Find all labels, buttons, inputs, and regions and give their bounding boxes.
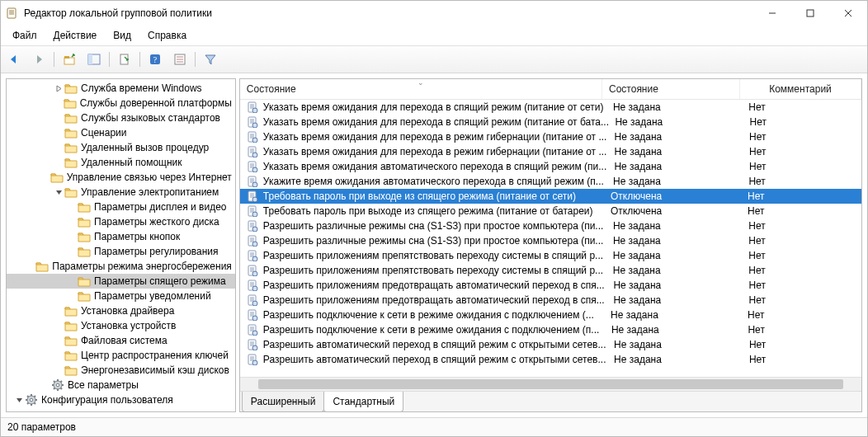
tree-item[interactable]: Удаленный вызов процедур bbox=[7, 140, 235, 155]
export-button[interactable] bbox=[115, 49, 134, 69]
tree-item[interactable]: Параметры спящего режима bbox=[7, 274, 235, 289]
policy-icon bbox=[247, 116, 258, 128]
tree-scroll[interactable]: Служба времени WindowsСлужбы доверенной … bbox=[7, 79, 235, 412]
folder-icon bbox=[64, 304, 78, 317]
list-row[interactable]: Разрешить автоматический переход в спящи… bbox=[240, 352, 861, 367]
tree-item[interactable]: Параметры уведомлений bbox=[7, 289, 235, 303]
list-row[interactable]: Разрешить приложениям препятствовать пер… bbox=[240, 263, 861, 278]
back-button[interactable] bbox=[4, 49, 24, 69]
tree-item[interactable]: Параметры жесткого диска bbox=[7, 214, 235, 229]
close-button[interactable] bbox=[829, 1, 867, 26]
list-row[interactable]: Разрешить различные режимы сна (S1-S3) п… bbox=[240, 218, 861, 233]
list-row[interactable]: Разрешить автоматический переход в спящи… bbox=[240, 337, 861, 352]
tree-item[interactable]: Энергонезависимый кэш дисков bbox=[7, 363, 235, 378]
tab-standard[interactable]: Стандартный bbox=[323, 392, 403, 412]
filter-button[interactable] bbox=[200, 49, 220, 69]
forward-button[interactable] bbox=[29, 49, 49, 69]
policy-name: Разрешить подключение к сети в режиме ож… bbox=[263, 309, 594, 321]
show-hide-tree-button[interactable] bbox=[84, 49, 104, 69]
list-body[interactable]: Указать время ожидания для перехода в сп… bbox=[240, 100, 861, 377]
list-row[interactable]: Указать время ожидания для перехода в ре… bbox=[240, 129, 861, 144]
policy-comment: Нет bbox=[741, 324, 861, 336]
column-header-name[interactable]: Состояние ⌄ bbox=[240, 79, 602, 99]
list-row[interactable]: Разрешить подключение к сети в режиме ож… bbox=[240, 308, 861, 322]
tree-item-label: Параметры уведомлений bbox=[94, 290, 211, 302]
policy-comment: Нет bbox=[742, 265, 861, 276]
policy-icon bbox=[247, 280, 258, 291]
policy-comment: Нет bbox=[742, 235, 861, 247]
policy-state: Не задана bbox=[608, 116, 743, 128]
policy-icon bbox=[247, 131, 258, 143]
maximize-button[interactable] bbox=[791, 1, 829, 26]
policy-comment: Нет bbox=[741, 205, 861, 217]
policy-name: Требовать пароль при выходе из спящего р… bbox=[263, 205, 593, 217]
body: Служба времени WindowsСлужбы доверенной … bbox=[1, 73, 867, 417]
policy-state: Не задана bbox=[604, 309, 741, 321]
scrollbar-thumb[interactable] bbox=[258, 379, 843, 389]
policy-comment: Нет bbox=[742, 176, 861, 187]
tree-item[interactable]: Параметры дисплея и видео bbox=[7, 200, 235, 214]
tree-item[interactable]: Управление электропитанием bbox=[7, 185, 235, 200]
menu-view[interactable]: Вид bbox=[105, 28, 139, 43]
list-row[interactable]: Указать время ожидания автоматического п… bbox=[240, 159, 861, 174]
title-bar: Редактор локальной групповой политики bbox=[1, 1, 867, 26]
menu-help[interactable]: Справка bbox=[139, 28, 195, 43]
properties-button[interactable] bbox=[170, 49, 190, 69]
chevron-right-icon[interactable] bbox=[53, 85, 64, 92]
svg-rect-5 bbox=[807, 10, 814, 16]
tree-item[interactable]: Удаленный помощник bbox=[7, 155, 235, 170]
svg-rect-11 bbox=[88, 54, 92, 64]
up-button[interactable] bbox=[59, 49, 79, 69]
list-row[interactable]: Разрешить приложениям предотвращать авто… bbox=[240, 278, 861, 293]
toolbar: ? bbox=[1, 46, 867, 73]
menu-bar: Файл Действие Вид Справка bbox=[1, 26, 867, 46]
tree-item[interactable]: Параметры регулирования bbox=[7, 244, 235, 259]
list-row[interactable]: Разрешить различные режимы сна (S1-S3) п… bbox=[240, 233, 861, 248]
tree-item[interactable]: Управление связью через Интернет bbox=[7, 170, 235, 185]
tree-item-label: Службы языковых стандартов bbox=[81, 112, 220, 124]
list-row[interactable]: Требовать пароль при выходе из спящего р… bbox=[240, 204, 861, 218]
menu-file[interactable]: Файл bbox=[4, 28, 45, 43]
list-row[interactable]: Разрешить приложениям препятствовать пер… bbox=[240, 248, 861, 263]
minimize-button[interactable] bbox=[753, 1, 791, 26]
horizontal-scrollbar[interactable] bbox=[240, 377, 861, 391]
list-row[interactable]: Разрешить подключение к сети в режиме ож… bbox=[240, 322, 861, 337]
folder-icon bbox=[78, 200, 91, 214]
policy-comment: Нет bbox=[743, 161, 861, 172]
policy-name: Требовать пароль при выходе из спящего р… bbox=[263, 190, 576, 202]
tree-item[interactable]: Все параметры bbox=[7, 378, 235, 392]
list-row[interactable]: Указать время ожидания для перехода в ре… bbox=[240, 144, 861, 159]
tab-extended[interactable]: Расширенный bbox=[242, 392, 325, 412]
help-button[interactable]: ? bbox=[145, 49, 165, 69]
column-header-comment[interactable]: Комментарий bbox=[740, 79, 861, 99]
policy-state: Не задана bbox=[606, 220, 742, 232]
tree-item[interactable]: Центр распространения ключей bbox=[7, 348, 235, 363]
list-row[interactable]: Укажите время ожидания автоматического п… bbox=[240, 174, 861, 189]
chevron-down-icon[interactable] bbox=[53, 189, 64, 196]
policy-comment: Нет bbox=[741, 309, 861, 321]
tree-item[interactable]: Файловая система bbox=[7, 333, 235, 348]
list-row[interactable]: Указать время ожидания для перехода в сп… bbox=[240, 115, 861, 129]
folder-icon bbox=[78, 275, 91, 288]
tree-item-label: Установка драйвера bbox=[81, 305, 174, 317]
tree-item[interactable]: Конфигурация пользователя bbox=[7, 392, 235, 407]
tree-item[interactable]: Установка драйвера bbox=[7, 303, 235, 318]
tree-item[interactable]: Служба времени Windows bbox=[7, 81, 235, 96]
tree-item[interactable]: Установка устройств bbox=[7, 318, 235, 333]
chevron-down-icon[interactable] bbox=[13, 397, 25, 404]
toolbar-separator bbox=[54, 52, 54, 67]
toolbar-separator bbox=[195, 52, 196, 67]
toolbar-separator bbox=[109, 52, 110, 67]
list-row[interactable]: Указать время ожидания для перехода в сп… bbox=[240, 100, 861, 115]
tree-item[interactable]: Службы языковых стандартов bbox=[7, 110, 235, 125]
policy-comment: Нет bbox=[742, 220, 861, 232]
tree-item[interactable]: Параметры кнопок bbox=[7, 229, 235, 244]
tree-item[interactable]: Параметры режима энергосбережения bbox=[7, 259, 235, 274]
tree-item[interactable]: Сценарии bbox=[7, 125, 235, 140]
column-header-state[interactable]: Состояние bbox=[602, 79, 740, 99]
list-row[interactable]: Разрешить приложениям предотвращать авто… bbox=[240, 293, 861, 308]
tree-item[interactable]: Службы доверенной платформы bbox=[7, 96, 235, 110]
menu-action[interactable]: Действие bbox=[45, 28, 106, 43]
policy-name: Разрешить различные режимы сна (S1-S3) п… bbox=[263, 235, 603, 247]
list-row[interactable]: Требовать пароль при выходе из спящего р… bbox=[240, 189, 861, 204]
